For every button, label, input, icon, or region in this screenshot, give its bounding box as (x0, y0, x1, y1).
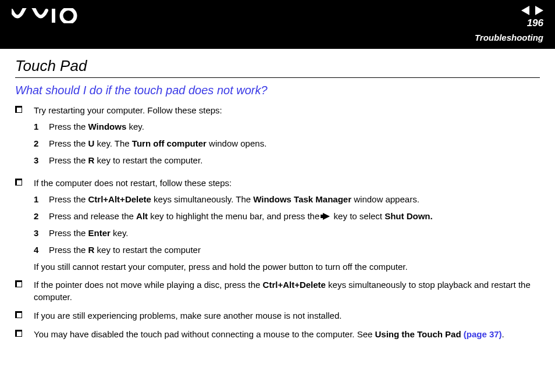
step-item: 3 Press the R key to restart the compute… (34, 154, 540, 166)
page-title: Touch Pad (15, 57, 540, 78)
right-arrow-key-icon (323, 213, 330, 220)
step-item: 1 Press the Windows key. (34, 120, 540, 133)
page-number: 196 (475, 17, 543, 29)
step-text: Press the Ctrl+Alt+Delete keys simultane… (49, 193, 540, 205)
bullet-text: If the pointer does not move while playi… (34, 279, 540, 304)
step-text: Press the Windows key. (49, 120, 540, 133)
step-list: 1 Press the Windows key. 2 Press the U k… (34, 120, 540, 166)
page-link[interactable]: (page 37) (464, 329, 502, 339)
after-steps-text: If you still cannot restart your compute… (34, 261, 540, 273)
bullet-item: Try restarting your computer. Follow the… (15, 104, 540, 171)
step-list: 1 Press the Ctrl+Alt+Delete keys simulta… (34, 193, 540, 256)
bullet-item: If you are still experiencing problems, … (15, 309, 540, 322)
bullet-marker-icon (15, 311, 22, 318)
step-text: Press the R key to restart the computer. (49, 154, 540, 166)
bullet-marker-icon (15, 106, 22, 113)
step-item: 2 Press and release the Alt key to highl… (34, 210, 540, 222)
bullet-marker-icon (15, 330, 22, 337)
svg-point-1 (62, 9, 76, 23)
step-item: 1 Press the Ctrl+Alt+Delete keys simulta… (34, 193, 540, 205)
step-number: 1 (34, 193, 49, 205)
bullet-text: If the computer does not restart, follow… (34, 178, 232, 188)
bullet-text: Try restarting your computer. Follow the… (34, 105, 222, 115)
prev-page-arrow-icon[interactable] (521, 6, 529, 15)
svg-rect-0 (52, 9, 55, 23)
step-number: 2 (34, 210, 49, 222)
step-text: Press the U key. The Turn off computer w… (49, 137, 540, 149)
step-number: 2 (34, 137, 49, 149)
page-subtitle: What should I do if the touch pad does n… (15, 84, 540, 97)
bullet-marker-icon (15, 280, 22, 287)
step-text: Press the Enter key. (49, 227, 540, 239)
bullet-text: If you are still experiencing problems, … (34, 309, 540, 322)
step-number: 1 (34, 120, 49, 133)
bullet-text: You may have disabled the touch pad with… (34, 328, 540, 341)
page-header: 196 Troubleshooting (0, 0, 555, 49)
bullet-list: Try restarting your computer. Follow the… (15, 104, 540, 341)
step-item: 2 Press the U key. The Turn off computer… (34, 137, 540, 149)
bullet-marker-icon (15, 179, 22, 186)
step-item: 3 Press the Enter key. (34, 227, 540, 239)
next-page-arrow-icon[interactable] (535, 6, 543, 15)
step-number: 3 (34, 154, 49, 166)
step-number: 4 (34, 244, 49, 256)
bullet-item: You may have disabled the touch pad with… (15, 328, 540, 341)
bullet-item: If the computer does not restart, follow… (15, 177, 540, 273)
bullet-item: If the pointer does not move while playi… (15, 279, 540, 304)
step-number: 3 (34, 227, 49, 239)
section-name: Troubleshooting (475, 33, 543, 42)
vaio-logo (12, 6, 81, 26)
step-text: Press the R key to restart the computer (49, 244, 540, 256)
step-item: 4 Press the R key to restart the compute… (34, 244, 540, 256)
step-text: Press and release the Alt key to highlig… (49, 210, 540, 222)
nav-arrows (475, 6, 543, 15)
page-content: Touch Pad What should I do if the touch … (0, 49, 555, 341)
